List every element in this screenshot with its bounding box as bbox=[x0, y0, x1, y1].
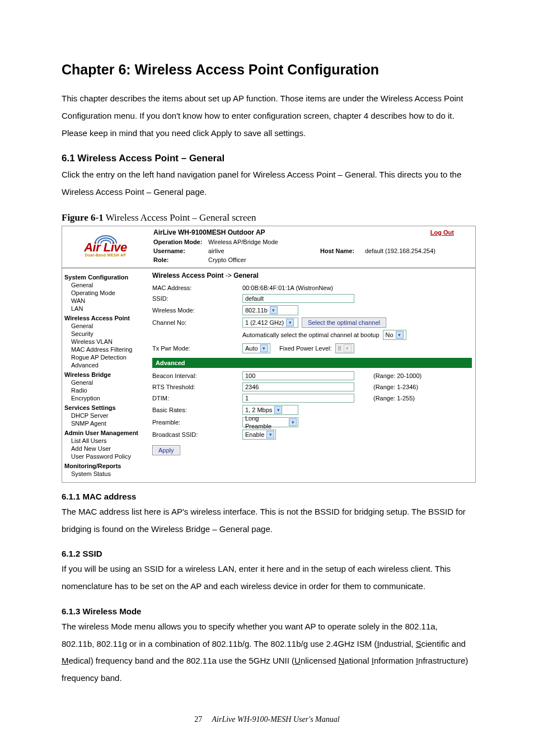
channel-label: Channel No: bbox=[152, 319, 239, 326]
username-value: airlive bbox=[208, 246, 320, 255]
nav-item[interactable]: Operating Mode bbox=[64, 289, 147, 297]
section-6-1-3-heading: 6.1.3 Wireless Mode bbox=[62, 606, 472, 616]
screenshot-general-screen: Air Live Dual-Band MESH AP AirLive WH-91… bbox=[62, 226, 476, 483]
basic-rates-select[interactable]: 1, 2 Mbps ▾ bbox=[242, 405, 298, 415]
nav-item[interactable]: Security bbox=[64, 330, 147, 338]
nav-item[interactable]: LAN bbox=[64, 305, 147, 312]
section-6-1-2-text: If you will be using an SSID for a wirel… bbox=[62, 561, 472, 595]
role-label: Role: bbox=[153, 255, 208, 264]
dtim-input[interactable] bbox=[242, 394, 354, 403]
opmode-value: Wireless AP/Bridge Mode bbox=[208, 237, 320, 246]
page-footer: 27 AirLive WH-9100-MESH User's Manual bbox=[62, 715, 472, 724]
fixed-power-label: Fixed Power Level: bbox=[279, 344, 332, 352]
wireless-mode-select[interactable]: 802.11b ▾ bbox=[242, 305, 298, 315]
nav-cat-admin: Admin User Management bbox=[64, 429, 147, 437]
chevron-down-icon: ▾ bbox=[289, 418, 297, 426]
nav-item[interactable]: WAN bbox=[64, 297, 147, 305]
nav-item[interactable]: System Status bbox=[64, 470, 147, 478]
logo-subtext: Dual-Band MESH AP bbox=[85, 251, 127, 259]
intro-paragraph: This chapter describes the items about s… bbox=[62, 90, 472, 142]
rts-input[interactable] bbox=[242, 382, 354, 391]
role-value: Crypto Officer bbox=[208, 255, 320, 264]
txpwr-label: Tx Pwr Mode: bbox=[152, 344, 239, 352]
nav-item[interactable]: Rogue AP Detection bbox=[64, 353, 147, 361]
beacon-range: (Range: 20-1000) bbox=[373, 372, 421, 380]
dtim-label: DTIM: bbox=[152, 394, 239, 402]
txpwr-value: Auto bbox=[245, 344, 258, 352]
nav-item[interactable]: MAC Address Filtering bbox=[64, 346, 147, 353]
page-number: 27 bbox=[194, 715, 202, 724]
nav-item[interactable]: General bbox=[64, 322, 147, 330]
nav-item[interactable]: General bbox=[64, 281, 147, 289]
advanced-section-bar: Advanced bbox=[152, 358, 472, 368]
opmode-label: Operation Mode: bbox=[153, 237, 208, 246]
auto-channel-value: No bbox=[386, 331, 394, 339]
nav-item[interactable]: SNMP Agent bbox=[64, 419, 147, 427]
section-6-1-3-text: The wireless Mode menu allows you to spe… bbox=[62, 618, 472, 687]
section-6-1-text: Click the entry on the left hand navigat… bbox=[62, 166, 472, 201]
figure-number: Figure 6-1 bbox=[62, 212, 104, 223]
nav-item[interactable]: Wireless VLAN bbox=[64, 338, 147, 346]
chevron-down-icon: ▾ bbox=[270, 306, 278, 314]
basic-rates-value: 1, 2 Mbps bbox=[245, 406, 272, 414]
chevron-down-icon: ▾ bbox=[396, 331, 404, 339]
preamble-value: Long Preamble bbox=[245, 414, 287, 430]
select-optimal-channel-button[interactable]: Select the optimal channel bbox=[302, 318, 386, 328]
chapter-title: Chapter 6: Wireless Access Point Configu… bbox=[62, 62, 472, 78]
nav-item[interactable]: Add New User bbox=[64, 445, 147, 452]
nav-item[interactable]: Radio bbox=[64, 386, 147, 394]
chevron-down-icon: ▾ bbox=[286, 319, 294, 326]
auto-channel-select[interactable]: No ▾ bbox=[383, 330, 406, 340]
section-6-1-2-heading: 6.1.2 SSID bbox=[62, 549, 472, 558]
chevron-down-icon: ▾ bbox=[274, 406, 282, 414]
channel-select[interactable]: 1 (2.412 GHz) ▾ bbox=[242, 318, 298, 328]
header-meta-table: Operation Mode: Wireless AP/Bridge Mode … bbox=[153, 237, 439, 264]
device-name: AirLive WH-9100MESH Outdoor AP bbox=[153, 228, 265, 236]
nav-item[interactable]: Advanced bbox=[64, 361, 147, 369]
fixed-power-value: 8 bbox=[338, 344, 341, 352]
chevron-down-icon: ▾ bbox=[266, 431, 274, 438]
preamble-label: Preamble: bbox=[152, 418, 239, 426]
chevron-down-icon: ▾ bbox=[260, 344, 268, 352]
section-6-1-heading: 6.1 Wireless Access Point – General bbox=[62, 153, 472, 164]
username-label: Username: bbox=[153, 246, 208, 255]
nav-cat-services: Services Settings bbox=[64, 404, 147, 412]
broadcast-ssid-select[interactable]: Enable ▾ bbox=[242, 430, 276, 440]
ssid-input[interactable] bbox=[242, 294, 354, 303]
preamble-select[interactable]: Long Preamble ▾ bbox=[242, 417, 298, 427]
nav-cat-wap: Wireless Access Point bbox=[64, 314, 147, 322]
mac-value: 00:0B:6B:4F:01:1A (WistronNew) bbox=[242, 284, 333, 292]
shot-header: Air Live Dual-Band MESH AP AirLive WH-91… bbox=[62, 226, 475, 268]
figure-title: Wireless Access Point – General screen bbox=[104, 212, 256, 223]
wmode-label: Wireless Mode: bbox=[152, 306, 239, 314]
rts-range: (Range: 1-2346) bbox=[373, 383, 418, 391]
mac-label: MAC Address: bbox=[152, 284, 239, 292]
hostname-label: Host Name: bbox=[320, 246, 365, 255]
wireless-mode-value: 802.11b bbox=[245, 306, 268, 314]
logout-link[interactable]: Log Out bbox=[430, 228, 471, 236]
nav-item[interactable]: General bbox=[64, 379, 147, 386]
apply-button[interactable]: Apply bbox=[152, 445, 180, 455]
logo-text: Air Live bbox=[84, 244, 127, 251]
crumb-arrow: -> bbox=[224, 272, 234, 279]
nav-item[interactable]: Encryption bbox=[64, 394, 147, 402]
breadcrumb: Wireless Access Point -> General bbox=[152, 272, 472, 279]
logo-cell: Air Live Dual-Band MESH AP bbox=[62, 226, 149, 268]
beacon-input[interactable] bbox=[242, 371, 354, 380]
txpwr-select[interactable]: Auto ▾ bbox=[242, 343, 270, 353]
fixed-power-select[interactable]: 8 ▾ bbox=[335, 343, 354, 353]
footer-title: AirLive WH-9100-MESH User's Manual bbox=[212, 715, 340, 724]
nav-item[interactable]: User Password Policy bbox=[64, 452, 147, 460]
broadcast-ssid-value: Enable bbox=[245, 431, 264, 438]
ssid-label: SSID: bbox=[152, 295, 239, 302]
nav-cat-monitor: Monitoring/Reports bbox=[64, 462, 147, 470]
broadcast-ssid-label: Broadcast SSID: bbox=[152, 431, 239, 438]
crumb-b: General bbox=[233, 272, 259, 279]
beacon-label: Beacon Interval: bbox=[152, 372, 239, 380]
nav-item[interactable]: DHCP Server bbox=[64, 412, 147, 419]
crumb-a: Wireless Access Point bbox=[152, 272, 224, 279]
nav-item[interactable]: List All Users bbox=[64, 437, 147, 445]
figure-caption: Figure 6-1 Wireless Access Point – Gener… bbox=[62, 212, 472, 223]
auto-channel-label: Automatically select the optimal channel… bbox=[242, 331, 380, 339]
section-6-1-1-heading: 6.1.1 MAC address bbox=[62, 492, 472, 501]
